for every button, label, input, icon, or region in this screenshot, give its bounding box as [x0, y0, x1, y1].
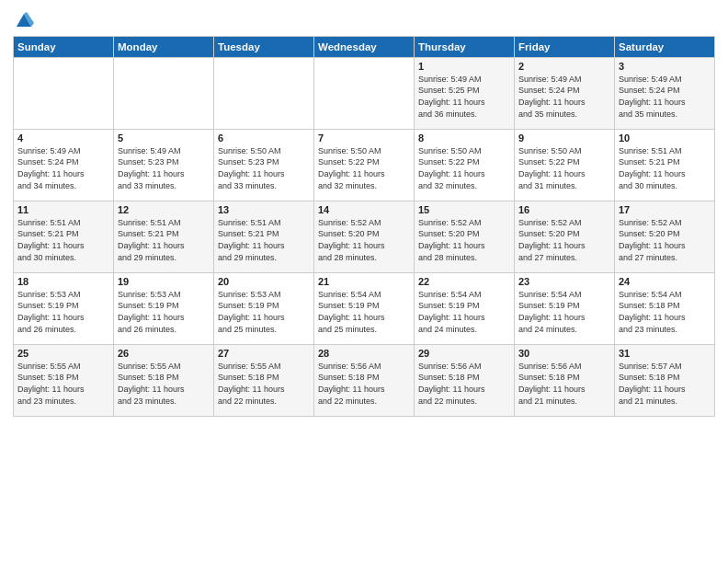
day-header-wednesday: Wednesday	[314, 36, 415, 57]
day-number: 19	[118, 276, 210, 287]
calendar-cell: 28Sunrise: 5:56 AM Sunset: 5:18 PM Dayli…	[314, 344, 415, 416]
days-header-row: SundayMondayTuesdayWednesdayThursdayFrid…	[14, 36, 715, 57]
calendar-cell: 19Sunrise: 5:53 AM Sunset: 5:19 PM Dayli…	[114, 272, 214, 344]
calendar-cell: 29Sunrise: 5:56 AM Sunset: 5:18 PM Dayli…	[415, 344, 515, 416]
day-info: Sunrise: 5:52 AM Sunset: 5:20 PM Dayligh…	[418, 218, 485, 262]
day-info: Sunrise: 5:52 AM Sunset: 5:20 PM Dayligh…	[318, 218, 385, 262]
day-number: 18	[17, 276, 109, 287]
header	[13, 9, 715, 30]
day-info: Sunrise: 5:49 AM Sunset: 5:24 PM Dayligh…	[619, 75, 686, 119]
day-number: 29	[418, 348, 510, 359]
day-info: Sunrise: 5:50 AM Sunset: 5:22 PM Dayligh…	[418, 146, 485, 190]
day-info: Sunrise: 5:54 AM Sunset: 5:19 PM Dayligh…	[518, 290, 586, 334]
calendar-cell: 9Sunrise: 5:50 AM Sunset: 5:22 PM Daylig…	[515, 129, 615, 201]
day-info: Sunrise: 5:54 AM Sunset: 5:19 PM Dayligh…	[318, 290, 385, 334]
calendar-cell: 16Sunrise: 5:52 AM Sunset: 5:20 PM Dayli…	[515, 201, 615, 272]
calendar-cell: 7Sunrise: 5:50 AM Sunset: 5:22 PM Daylig…	[314, 129, 415, 201]
day-number: 1	[418, 61, 510, 72]
day-info: Sunrise: 5:53 AM Sunset: 5:19 PM Dayligh…	[17, 290, 85, 334]
calendar-cell: 21Sunrise: 5:54 AM Sunset: 5:19 PM Dayli…	[314, 272, 415, 344]
day-number: 16	[518, 204, 610, 215]
day-number: 25	[17, 348, 109, 359]
day-info: Sunrise: 5:49 AM Sunset: 5:23 PM Dayligh…	[118, 146, 185, 190]
week-row-3: 11Sunrise: 5:51 AM Sunset: 5:21 PM Dayli…	[14, 201, 715, 272]
day-number: 21	[318, 276, 410, 287]
day-number: 30	[518, 348, 610, 359]
week-row-4: 18Sunrise: 5:53 AM Sunset: 5:19 PM Dayli…	[14, 272, 715, 344]
day-number: 31	[619, 348, 711, 359]
calendar-cell: 20Sunrise: 5:53 AM Sunset: 5:19 PM Dayli…	[214, 272, 314, 344]
day-number: 24	[619, 276, 711, 287]
day-info: Sunrise: 5:49 AM Sunset: 5:24 PM Dayligh…	[518, 75, 586, 119]
calendar-cell: 17Sunrise: 5:52 AM Sunset: 5:20 PM Dayli…	[615, 201, 715, 272]
calendar-cell: 27Sunrise: 5:55 AM Sunset: 5:18 PM Dayli…	[214, 344, 314, 416]
day-number: 14	[318, 204, 410, 215]
day-header-friday: Friday	[515, 36, 615, 57]
calendar-cell	[314, 57, 415, 129]
day-info: Sunrise: 5:50 AM Sunset: 5:23 PM Dayligh…	[218, 146, 285, 190]
day-info: Sunrise: 5:49 AM Sunset: 5:25 PM Dayligh…	[418, 75, 485, 119]
calendar-cell: 25Sunrise: 5:55 AM Sunset: 5:18 PM Dayli…	[14, 344, 114, 416]
calendar-cell: 10Sunrise: 5:51 AM Sunset: 5:21 PM Dayli…	[615, 129, 715, 201]
day-info: Sunrise: 5:53 AM Sunset: 5:19 PM Dayligh…	[118, 290, 185, 334]
calendar-cell: 11Sunrise: 5:51 AM Sunset: 5:21 PM Dayli…	[14, 201, 114, 272]
day-header-saturday: Saturday	[615, 36, 715, 57]
logo-icon	[14, 10, 34, 30]
calendar-cell: 26Sunrise: 5:55 AM Sunset: 5:18 PM Dayli…	[114, 344, 214, 416]
calendar-cell: 12Sunrise: 5:51 AM Sunset: 5:21 PM Dayli…	[114, 201, 214, 272]
calendar-cell: 13Sunrise: 5:51 AM Sunset: 5:21 PM Dayli…	[214, 201, 314, 272]
day-info: Sunrise: 5:50 AM Sunset: 5:22 PM Dayligh…	[518, 146, 586, 190]
day-info: Sunrise: 5:51 AM Sunset: 5:21 PM Dayligh…	[17, 218, 85, 262]
logo	[13, 9, 34, 30]
day-number: 27	[218, 348, 310, 359]
day-info: Sunrise: 5:49 AM Sunset: 5:24 PM Dayligh…	[17, 146, 85, 190]
calendar-cell: 18Sunrise: 5:53 AM Sunset: 5:19 PM Dayli…	[14, 272, 114, 344]
day-info: Sunrise: 5:54 AM Sunset: 5:18 PM Dayligh…	[619, 290, 686, 334]
day-info: Sunrise: 5:57 AM Sunset: 5:18 PM Dayligh…	[619, 362, 686, 406]
day-number: 7	[318, 132, 410, 144]
calendar-cell: 23Sunrise: 5:54 AM Sunset: 5:19 PM Dayli…	[515, 272, 615, 344]
calendar-cell: 5Sunrise: 5:49 AM Sunset: 5:23 PM Daylig…	[114, 129, 214, 201]
day-info: Sunrise: 5:55 AM Sunset: 5:18 PM Dayligh…	[17, 362, 85, 406]
day-header-tuesday: Tuesday	[214, 36, 314, 57]
day-info: Sunrise: 5:55 AM Sunset: 5:18 PM Dayligh…	[118, 362, 185, 406]
day-info: Sunrise: 5:52 AM Sunset: 5:20 PM Dayligh…	[619, 218, 686, 262]
day-number: 4	[17, 132, 109, 144]
day-info: Sunrise: 5:56 AM Sunset: 5:18 PM Dayligh…	[418, 362, 485, 406]
calendar-cell	[214, 57, 314, 129]
day-number: 13	[218, 204, 310, 215]
calendar-table: SundayMondayTuesdayWednesdayThursdayFrid…	[13, 36, 715, 417]
day-info: Sunrise: 5:56 AM Sunset: 5:18 PM Dayligh…	[518, 362, 586, 406]
day-header-sunday: Sunday	[14, 36, 114, 57]
page-container: SundayMondayTuesdayWednesdayThursdayFrid…	[0, 0, 728, 426]
calendar-cell: 4Sunrise: 5:49 AM Sunset: 5:24 PM Daylig…	[14, 129, 114, 201]
week-row-2: 4Sunrise: 5:49 AM Sunset: 5:24 PM Daylig…	[14, 129, 715, 201]
day-number: 22	[418, 276, 510, 287]
day-number: 3	[619, 61, 711, 72]
calendar-cell: 24Sunrise: 5:54 AM Sunset: 5:18 PM Dayli…	[615, 272, 715, 344]
calendar-cell: 15Sunrise: 5:52 AM Sunset: 5:20 PM Dayli…	[415, 201, 515, 272]
day-header-monday: Monday	[114, 36, 214, 57]
day-info: Sunrise: 5:51 AM Sunset: 5:21 PM Dayligh…	[118, 218, 185, 262]
day-number: 9	[518, 132, 610, 144]
calendar-cell: 2Sunrise: 5:49 AM Sunset: 5:24 PM Daylig…	[515, 57, 615, 129]
calendar-cell: 8Sunrise: 5:50 AM Sunset: 5:22 PM Daylig…	[415, 129, 515, 201]
day-info: Sunrise: 5:52 AM Sunset: 5:20 PM Dayligh…	[518, 218, 586, 262]
day-header-thursday: Thursday	[415, 36, 515, 57]
day-number: 11	[17, 204, 109, 215]
day-number: 23	[518, 276, 610, 287]
calendar-cell: 6Sunrise: 5:50 AM Sunset: 5:23 PM Daylig…	[214, 129, 314, 201]
day-number: 20	[218, 276, 310, 287]
day-number: 2	[518, 61, 610, 72]
week-row-5: 25Sunrise: 5:55 AM Sunset: 5:18 PM Dayli…	[14, 344, 715, 416]
day-number: 15	[418, 204, 510, 215]
week-row-1: 1Sunrise: 5:49 AM Sunset: 5:25 PM Daylig…	[14, 57, 715, 129]
day-info: Sunrise: 5:54 AM Sunset: 5:19 PM Dayligh…	[418, 290, 485, 334]
day-number: 17	[619, 204, 711, 215]
day-info: Sunrise: 5:55 AM Sunset: 5:18 PM Dayligh…	[218, 362, 285, 406]
day-number: 6	[218, 132, 310, 144]
calendar-cell: 22Sunrise: 5:54 AM Sunset: 5:19 PM Dayli…	[415, 272, 515, 344]
day-number: 28	[318, 348, 410, 359]
calendar-cell: 3Sunrise: 5:49 AM Sunset: 5:24 PM Daylig…	[615, 57, 715, 129]
day-info: Sunrise: 5:51 AM Sunset: 5:21 PM Dayligh…	[218, 218, 285, 262]
